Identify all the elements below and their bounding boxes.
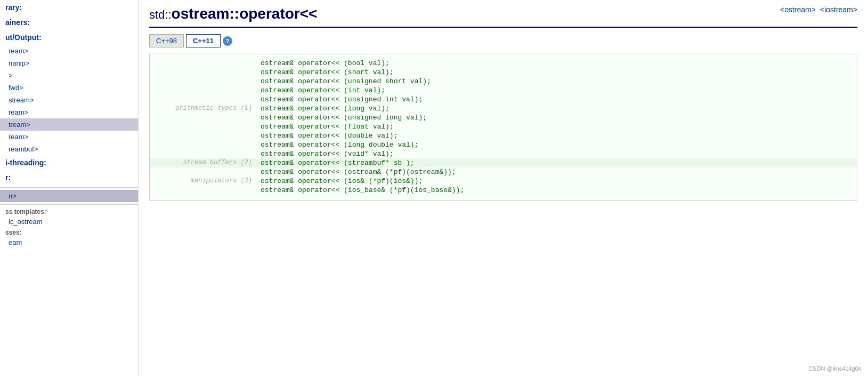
sidebar-header-r: r:: [0, 170, 138, 185]
code-label-3: [150, 86, 256, 95]
code-row-4: ostream& operator<< (unsigned int val);: [150, 95, 857, 104]
code-line-2: ostream& operator<< (unsigned short val)…: [256, 77, 857, 86]
sidebar-header-templates: ss templates:: [0, 206, 52, 217]
code-row-14: ostream& operator<< (ios_base& (*pf)(ios…: [150, 186, 857, 195]
sidebar-item-highlighted[interactable]: n>: [0, 190, 138, 202]
code-line-0: ostream& operator<< (bool val);: [256, 59, 857, 68]
code-line-7: ostream& operator<< (float val);: [256, 122, 857, 131]
code-label-13: manipulators (3): [150, 177, 256, 186]
code-line-1: ostream& operator<< (short val);: [256, 68, 857, 77]
code-label-4: [150, 95, 256, 104]
title-main: ostream::operator<<: [172, 5, 318, 22]
sidebar-item-ream2[interactable]: ream>: [0, 106, 138, 118]
code-line-5: ostream& operator<< (long val);: [256, 104, 857, 113]
code-label-12: [150, 167, 256, 177]
code-label-2: [150, 77, 256, 86]
code-label-5: arithmetic types (1): [150, 104, 256, 113]
code-line-14: ostream& operator<< (ios_base& (*pf)(ios…: [256, 186, 857, 195]
code-line-3: ostream& operator<< (int val);: [256, 86, 857, 95]
code-line-4: ostream& operator<< (unsigned int val);: [256, 95, 857, 104]
code-row-6: ostream& operator<< (unsigned long val);: [150, 113, 857, 122]
sidebar-header-threading: i-threading:: [0, 155, 138, 170]
tab-cpp98[interactable]: C++98: [149, 34, 184, 47]
code-box: ostream& operator<< (bool val);ostream& …: [149, 53, 857, 201]
help-icon[interactable]: ?: [223, 36, 232, 46]
code-row-5: arithmetic types (1)ostream& operator<< …: [150, 104, 857, 113]
code-line-6: ostream& operator<< (unsigned long val);: [256, 113, 857, 122]
code-line-12: ostream& operator<< (ostream& (*pf)(ostr…: [256, 167, 857, 177]
code-label-9: [150, 140, 256, 149]
code-row-8: ostream& operator<< (double val);: [150, 131, 857, 140]
sidebar-item-fwd[interactable]: fwd>: [0, 82, 138, 94]
watermark: CSDN @4ns414g0n: [808, 365, 862, 372]
code-table: ostream& operator<< (bool val);ostream& …: [150, 59, 857, 195]
code-label-10: [150, 149, 256, 158]
sidebar-item-arrow[interactable]: >: [0, 69, 138, 82]
sidebar-header-library: rary:: [0, 0, 138, 15]
code-row-2: ostream& operator<< (unsigned short val)…: [150, 77, 857, 86]
code-label-7: [150, 122, 256, 131]
code-line-9: ostream& operator<< (long double val);: [256, 140, 857, 149]
sidebar-item-ic-ostream[interactable]: ic_ostream: [0, 215, 138, 228]
page-title: std::ostream::operator<<: [149, 5, 857, 22]
sidebar-item-manip[interactable]: nanip>: [0, 57, 138, 69]
code-label-11: stream buffers (2): [150, 158, 256, 167]
title-divider: [149, 27, 857, 28]
sidebar-item-eam[interactable]: eam: [0, 236, 138, 249]
code-row-12: ostream& operator<< (ostream& (*pf)(ostr…: [150, 167, 857, 177]
top-link-0[interactable]: <ostream>: [780, 5, 816, 14]
code-label-0: [150, 59, 256, 68]
top-link-1[interactable]: <iostream>: [820, 5, 857, 14]
code-row-0: ostream& operator<< (bool val);: [150, 59, 857, 68]
code-label-6: [150, 113, 256, 122]
sidebar-item-reambuf[interactable]: reambuf>: [0, 143, 138, 155]
code-line-10: ostream& operator<< (void* val);: [256, 149, 857, 158]
top-links: <ostream><iostream>: [780, 5, 857, 14]
code-label-8: [150, 131, 256, 140]
title-prefix: std::: [149, 8, 172, 21]
sidebar-item-tream-active[interactable]: tream>: [0, 118, 138, 131]
code-label-14: [150, 186, 256, 195]
code-row-9: ostream& operator<< (long double val);: [150, 140, 857, 149]
code-row-1: ostream& operator<< (short val);: [150, 68, 857, 77]
sidebar-item-ream3[interactable]: ream>: [0, 131, 138, 143]
main-content: <ostream><iostream> std::ostream::operat…: [139, 0, 868, 376]
code-row-13: manipulators (3)ostream& operator<< (ios…: [150, 177, 857, 186]
sidebar: rary: ainers: ut/Output: ream> nanip> > …: [0, 0, 139, 376]
sidebar-divider-1: [0, 187, 138, 188]
code-row-10: ostream& operator<< (void* val);: [150, 149, 857, 158]
sidebar-item-ream1[interactable]: ream>: [0, 45, 138, 57]
code-line-8: ostream& operator<< (double val);: [256, 131, 857, 140]
sidebar-header-containers: ainers:: [0, 15, 138, 30]
code-row-3: ostream& operator<< (int val);: [150, 86, 857, 95]
sidebar-divider-2: [0, 204, 138, 205]
code-row-7: ostream& operator<< (float val);: [150, 122, 857, 131]
tab-cpp11[interactable]: C++11: [186, 34, 221, 47]
code-line-13: ostream& operator<< (ios& (*pf)(ios&));: [256, 177, 857, 186]
code-line-11: ostream& operator<< (streambuf* sb );: [256, 158, 857, 167]
sidebar-item-stream1[interactable]: stream>: [0, 94, 138, 106]
code-label-1: [150, 68, 256, 77]
code-row-11: stream buffers (2)ostream& operator<< (s…: [150, 158, 857, 167]
sidebar-header-classes: sses:: [0, 227, 27, 237]
tabs-container: C++98 C++11 ?: [149, 34, 857, 47]
sidebar-header-io: ut/Output:: [0, 30, 138, 45]
